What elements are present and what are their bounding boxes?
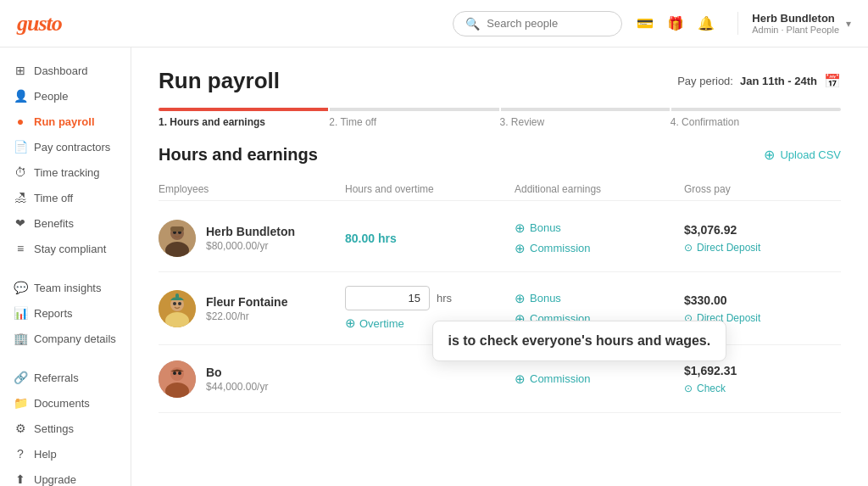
search-input[interactable] [487, 17, 609, 30]
help-icon: ? [14, 447, 27, 461]
sidebar-item-label: Stay compliant [34, 243, 106, 255]
step-label-2[interactable]: 2. Time off [329, 116, 499, 128]
table-row: Herb Bundleton $80,000.00/yr 80.00 hrs ⊕… [159, 204, 841, 272]
step-label-1[interactable]: 1. Hours and earnings [159, 116, 329, 128]
section-title: Hours and earnings [159, 145, 318, 165]
deposit-icon-fleur: ⊙ [684, 312, 693, 324]
bonus-button-fleur[interactable]: ⊕ Bonus [515, 291, 684, 306]
commission-button-fleur[interactable]: ⊕ Commission [515, 311, 684, 327]
sidebar-item-help[interactable]: ? Help [0, 441, 131, 466]
deposit-label-herb: Direct Deposit [697, 242, 760, 254]
employee-text-herb: Herb Bundleton $80,000.00/yr [206, 225, 295, 252]
employee-name-fleur: Fleur Fontaine [206, 295, 287, 309]
sidebar-item-time-tracking[interactable]: ⏱ Time tracking [0, 159, 131, 185]
commission-icon-fleur: ⊕ [515, 311, 526, 327]
search-icon: 🔍 [465, 17, 480, 31]
bonus-icon-fleur: ⊕ [515, 291, 526, 306]
insights-icon: 💬 [14, 281, 27, 294]
gross-cell-herb: $3,076.92 ⊙ Direct Deposit [684, 223, 820, 254]
sidebar-item-documents[interactable]: 📁 Documents [0, 390, 131, 416]
table-row: Fleur Fontaine $22.00/hr hrs ⊕ Overtime … [159, 272, 841, 345]
benefits-icon: ❤ [14, 216, 27, 230]
user-menu-chevron[interactable]: ▾ [846, 18, 851, 30]
overtime-label-fleur: Overtime [359, 317, 404, 330]
upload-csv-button[interactable]: ⊕ Upload CSV [764, 147, 841, 163]
sidebar-item-team-insights[interactable]: 💬 Team insights [0, 275, 131, 300]
commission-label-bo: Commission [530, 372, 591, 385]
svg-rect-5 [170, 226, 184, 232]
check-icon-bo: ⊙ [684, 383, 693, 394]
table-header: Employees Hours and overtime Additional … [159, 178, 841, 201]
sidebar-item-label: Company details [34, 332, 116, 345]
step-label-4[interactable]: 4. Confirmation [670, 116, 841, 128]
sidebar-item-pay-contractors[interactable]: 📄 Pay contractors [0, 134, 131, 159]
hours-input-fleur[interactable] [345, 286, 430, 310]
svg-point-10 [178, 302, 181, 305]
people-icon: 👤 [14, 89, 27, 103]
step-label-3[interactable]: 3. Review [500, 116, 670, 128]
sidebar-item-label: Benefits [34, 217, 74, 230]
calendar-icon[interactable]: 📅 [824, 73, 841, 89]
sidebar-item-upgrade[interactable]: ⬆ Upgrade [0, 466, 131, 486]
sidebar-item-benefits[interactable]: ❤ Benefits [0, 210, 131, 236]
search-bar[interactable]: 🔍 [453, 11, 622, 36]
sidebar-item-dashboard[interactable]: ⊞ Dashboard [0, 58, 131, 83]
hours-cell-fleur: hrs ⊕ Overtime [345, 286, 515, 331]
commission-label-herb: Commission [530, 242, 591, 254]
employee-name-bo: Bo [206, 366, 268, 379]
company-icon: 🏢 [14, 332, 27, 345]
employee-info-fleur: Fleur Fontaine $22.00/hr [159, 290, 345, 327]
sidebar-item-label: Time tracking [34, 166, 100, 179]
employee-salary-fleur: $22.00/hr [206, 310, 287, 322]
overtime-button-fleur[interactable]: ⊕ Overtime [345, 316, 515, 331]
payment-type-bo: ⊙ Check [684, 383, 820, 394]
wallet-icon[interactable]: 💳 [636, 14, 654, 33]
page-header: Run payroll Pay period: Jan 11th - 24th … [159, 68, 841, 94]
col-gross: Gross pay [684, 183, 820, 195]
commission-button-herb[interactable]: ⊕ Commission [515, 241, 684, 256]
time-off-icon: 🏖 [14, 191, 27, 204]
sidebar-item-stay-compliant[interactable]: ≡ Stay compliant [0, 236, 131, 261]
progress-bar [159, 108, 841, 111]
sidebar-item-label: Run payroll [34, 115, 95, 128]
bonus-label-herb: Bonus [530, 221, 561, 234]
sidebar-item-company-details[interactable]: 🏢 Company details [0, 326, 131, 351]
svg-rect-11 [175, 293, 179, 300]
referrals-icon: 🔗 [14, 371, 27, 384]
progress-step-3 [501, 108, 670, 111]
employee-salary-herb: $80,000.00/yr [206, 240, 295, 252]
contractors-icon: 📄 [14, 140, 27, 154]
nav-icons: 💳 🎁 🔔 [636, 14, 715, 33]
commission-button-bo[interactable]: ⊕ Commission [515, 371, 684, 387]
hours-value-herb: 80.00 hrs [345, 232, 515, 245]
payment-type-herb: ⊙ Direct Deposit [684, 242, 820, 254]
sidebar-item-people[interactable]: 👤 People [0, 83, 131, 109]
sidebar-item-run-payroll[interactable]: ● Run payroll [0, 109, 131, 134]
sidebar-item-label: Team insights [34, 282, 101, 294]
bonus-icon-herb: ⊕ [515, 221, 526, 236]
documents-icon: 📁 [14, 396, 27, 410]
pay-period: Pay period: Jan 11th - 24th 📅 [677, 73, 841, 89]
hours-cell-herb: 80.00 hrs [345, 232, 515, 245]
sidebar-item-label: Settings [34, 422, 74, 435]
sidebar-item-settings[interactable]: ⚙ Settings [0, 416, 131, 441]
gift-icon[interactable]: 🎁 [666, 14, 685, 33]
sidebar-item-time-off[interactable]: 🏖 Time off [0, 185, 131, 210]
sidebar-item-label: Upgrade [34, 473, 76, 486]
bell-icon[interactable]: 🔔 [697, 14, 715, 33]
sidebar-item-label: Documents [34, 397, 90, 410]
sidebar-item-reports[interactable]: 📊 Reports [0, 300, 131, 326]
commission-label-fleur: Commission [530, 312, 591, 325]
payroll-icon: ● [14, 115, 27, 128]
sidebar-item-label: People [34, 90, 68, 103]
main-content: Run payroll Pay period: Jan 11th - 24th … [131, 47, 868, 486]
sidebar-item-referrals[interactable]: 🔗 Referrals [0, 365, 131, 390]
employee-info-herb: Herb Bundleton $80,000.00/yr [159, 220, 345, 257]
upload-csv-icon: ⊕ [764, 147, 775, 163]
svg-point-9 [173, 302, 176, 305]
time-tracking-icon: ⏱ [14, 165, 27, 179]
main-layout: ⊞ Dashboard 👤 People ● Run payroll 📄 Pay… [0, 47, 868, 486]
dashboard-icon: ⊞ [14, 64, 27, 77]
bonus-button-herb[interactable]: ⊕ Bonus [515, 221, 684, 236]
upload-csv-label: Upload CSV [780, 148, 841, 161]
